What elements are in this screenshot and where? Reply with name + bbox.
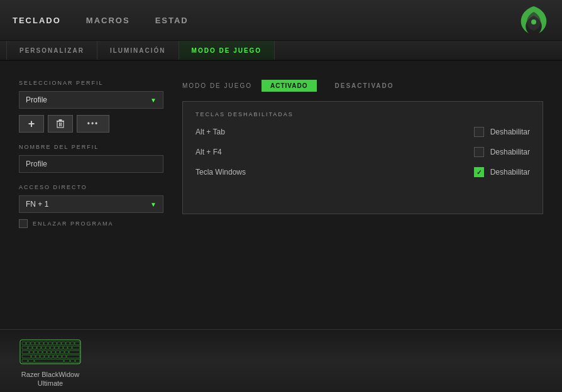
main-content: SELECCIONAR PERFIL Profile ▼ + ••• NOMBR…: [0, 61, 562, 329]
svg-rect-5: [59, 119, 62, 121]
svg-rect-20: [22, 346, 28, 349]
svg-rect-49: [53, 355, 57, 358]
profile-dropdown-value: Profile: [26, 95, 47, 104]
bottom-section: Razer BlackWidow Ultimate: [0, 329, 562, 392]
svg-rect-22: [33, 346, 36, 349]
main-nav: TECLADO MACROS ESTAD: [13, 13, 549, 28]
svg-rect-19: [75, 342, 80, 345]
key-alt-f4-checkbox[interactable]: [474, 147, 484, 157]
key-alt-f4-disable-label: Deshabilitar: [490, 148, 530, 156]
key-windows-checkbox[interactable]: [474, 167, 484, 177]
profile-name-input[interactable]: [19, 155, 163, 173]
dropdown-arrow-icon: ▼: [150, 97, 157, 104]
svg-rect-58: [75, 359, 80, 362]
add-profile-button[interactable]: +: [19, 115, 44, 133]
svg-rect-55: [35, 359, 63, 362]
profile-name-label: NOMBRE DEL PERFIL: [19, 144, 163, 150]
svg-rect-42: [69, 351, 80, 354]
header: TECLADO MACROS ESTAD: [0, 0, 562, 41]
svg-rect-56: [64, 359, 70, 362]
profile-actions: + •••: [19, 115, 163, 133]
sub-nav: PERSONALIZAR ILUMINACIÓN MODO DE JUEGO: [0, 41, 562, 61]
svg-rect-29: [63, 346, 67, 349]
key-windows-disable-label: Deshabilitar: [490, 168, 530, 177]
svg-rect-38: [52, 351, 55, 354]
disabled-keys-box: TECLAS DESHABILITADAS Alt + Tab Deshabil…: [182, 101, 543, 214]
key-row-alt-tab: Alt + Tab Deshabilitar: [196, 127, 530, 137]
svg-rect-43: [22, 355, 31, 358]
svg-rect-26: [50, 346, 54, 349]
svg-rect-21: [28, 346, 32, 349]
subnav-iluminacion[interactable]: ILUMINACIÓN: [97, 41, 179, 60]
svg-rect-37: [47, 351, 51, 354]
svg-rect-41: [65, 351, 69, 354]
svg-rect-1: [57, 121, 63, 128]
svg-rect-4: [57, 121, 64, 122]
toggle-inactive-button[interactable]: DESACTIVADO: [326, 80, 403, 92]
svg-rect-46: [40, 355, 44, 358]
shortcut-dropdown[interactable]: FN + 1 ▼: [19, 195, 163, 213]
more-options-button[interactable]: •••: [77, 115, 109, 133]
svg-rect-12: [44, 342, 48, 345]
profile-dropdown-wrapper: Profile ▼: [19, 91, 163, 109]
svg-rect-52: [67, 355, 80, 358]
shortcut-dropdown-arrow-icon: ▼: [150, 201, 157, 208]
right-panel: MODO DE JUEGO ACTIVADO DESACTIVADO TECLA…: [182, 80, 543, 317]
svg-rect-8: [26, 342, 30, 345]
key-row-alt-f4: Alt + F4 Deshabilitar: [196, 147, 530, 157]
svg-rect-39: [56, 351, 60, 354]
svg-rect-27: [55, 346, 58, 349]
key-alt-f4-controls: Deshabilitar: [474, 147, 530, 157]
svg-rect-36: [43, 351, 47, 354]
svg-rect-16: [62, 342, 65, 345]
svg-rect-45: [36, 355, 40, 358]
trash-icon: [57, 119, 64, 128]
keyboard-name-line2: Ultimate: [38, 379, 63, 387]
svg-rect-28: [59, 346, 63, 349]
key-alt-tab-controls: Deshabilitar: [474, 127, 530, 137]
toggle-active-button[interactable]: ACTIVADO: [262, 80, 316, 92]
svg-rect-47: [45, 355, 48, 358]
svg-rect-24: [41, 346, 45, 349]
link-program-row: ENLAZAR PROGRAMA: [19, 219, 163, 228]
svg-rect-13: [48, 342, 52, 345]
delete-profile-button[interactable]: [48, 115, 73, 133]
svg-rect-31: [72, 346, 80, 349]
shortcut-label: ACCESO DIRECTO: [19, 184, 163, 190]
svg-rect-10: [35, 342, 39, 345]
svg-rect-7: [22, 342, 26, 345]
svg-rect-54: [28, 359, 34, 362]
nav-estad[interactable]: ESTAD: [155, 13, 189, 28]
nav-teclado[interactable]: TECLADO: [13, 13, 61, 28]
keyboard-name-line1: Razer BlackWidow: [21, 371, 79, 378]
subnav-modo-de-juego[interactable]: MODO DE JUEGO: [179, 41, 275, 60]
link-program-label: ENLAZAR PROGRAMA: [33, 220, 114, 227]
key-windows-name: Tecla Windows: [196, 168, 246, 177]
svg-rect-32: [22, 351, 29, 354]
razer-logo: [515, 3, 553, 38]
shortcut-dropdown-value: FN + 1: [26, 200, 48, 209]
key-alt-tab-checkbox[interactable]: [474, 127, 484, 137]
svg-rect-25: [46, 346, 50, 349]
svg-rect-3: [61, 122, 62, 126]
svg-rect-33: [30, 351, 33, 354]
svg-rect-40: [60, 351, 64, 354]
svg-rect-51: [62, 355, 66, 358]
svg-rect-23: [37, 346, 41, 349]
svg-rect-50: [58, 355, 62, 358]
svg-rect-2: [59, 122, 60, 126]
svg-rect-30: [68, 346, 72, 349]
svg-rect-44: [31, 355, 35, 358]
link-program-checkbox[interactable]: [19, 219, 28, 228]
subnav-personalizar[interactable]: PERSONALIZAR: [6, 41, 97, 60]
nav-macros[interactable]: MACROS: [86, 13, 130, 28]
svg-rect-17: [66, 342, 70, 345]
key-row-windows: Tecla Windows Deshabilitar: [196, 167, 530, 177]
keyboard-info: Razer BlackWidow Ultimate: [19, 335, 82, 387]
key-windows-controls: Deshabilitar: [474, 167, 530, 177]
svg-rect-9: [31, 342, 35, 345]
profile-dropdown[interactable]: Profile ▼: [19, 91, 163, 109]
keyboard-illustration: [19, 335, 82, 369]
mode-header: MODO DE JUEGO ACTIVADO DESACTIVADO: [182, 80, 543, 92]
svg-rect-34: [34, 351, 38, 354]
